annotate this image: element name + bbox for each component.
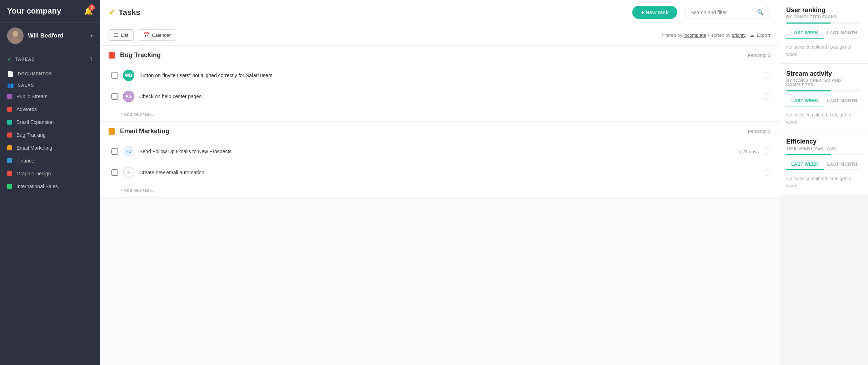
task-avatar: AG xyxy=(123,91,134,102)
task-due: In 21 days xyxy=(737,149,759,154)
calendar-tab[interactable]: 📅 Calendar xyxy=(138,29,176,41)
sidebar-item-label: International Sales... xyxy=(16,184,93,189)
sidebar-item-label: Email Marketing xyxy=(16,145,93,151)
salas-icon: 👥 xyxy=(7,82,14,89)
sidebar: Your company 🔔 2 Will Bedford ▾ ✓ TAREAS… xyxy=(0,0,100,365)
sidebar-item-email-marketing[interactable]: Email Marketing xyxy=(0,141,100,154)
stream-activity-empty: No tasks completed. Lets get to work! xyxy=(786,111,861,125)
list-icon: ☰ xyxy=(114,32,119,38)
item-color-dot xyxy=(7,132,12,138)
user-ranking-subtitle: BY COMPLETED TASKS xyxy=(786,15,861,19)
sidebar-item-adwords[interactable]: AdWords xyxy=(0,103,100,116)
salas-section-label[interactable]: 👥 SALAS xyxy=(0,79,100,90)
export-button[interactable]: ☁ Export xyxy=(750,32,770,38)
search-box[interactable]: 🔍 xyxy=(684,6,770,19)
tareas-badge: 7 xyxy=(90,57,93,62)
documentos-section-label[interactable]: 📄 DOCUMENTOS xyxy=(0,67,100,79)
salas-label: SALAS xyxy=(18,83,34,88)
task-list: Bug Tracking Pending: 2 WB Button on "in… xyxy=(100,45,779,365)
user-ranking-card: User ranking BY COMPLETED TASKS LAST WEE… xyxy=(779,0,868,64)
group-name: Bug Tracking xyxy=(120,51,743,59)
task-row: HD Send Follow Up Emails to New Prospect… xyxy=(100,141,779,162)
add-task-row[interactable]: + Add new task... xyxy=(100,107,779,121)
sidebar-item-brazil-expansion[interactable]: Brazil Expansion xyxy=(0,116,100,129)
check-icon: ✓ xyxy=(7,56,12,62)
stream-activity-title: Stream activity xyxy=(786,70,861,78)
sidebar-item-graphic-design[interactable]: Graphic Design xyxy=(0,167,100,180)
efficiency-card: Efficiency TIME SPENT PER TASK LAST WEEK… xyxy=(779,131,868,195)
task-avatar: WB xyxy=(123,70,134,81)
task-avatar: HD xyxy=(123,146,134,157)
filter-info: filtered by incomplete + sorted by prior… xyxy=(180,32,745,38)
stream-activity-card: Stream activity BY TASKS CREATED AND COM… xyxy=(779,64,868,131)
tareas-label: TAREAS xyxy=(15,57,35,62)
document-icon: 📄 xyxy=(7,71,14,77)
task-name: Send Follow Up Emails to New Prospects xyxy=(139,149,732,154)
tasks-check-icon: ✔ xyxy=(109,8,115,17)
item-color-dot xyxy=(7,171,12,176)
sidebar-item-label: Graphic Design xyxy=(16,171,93,176)
search-icon: 🔍 xyxy=(757,9,764,16)
efficiency-tabs: LAST WEEK LAST MONTH xyxy=(786,159,861,170)
tareas-section-label[interactable]: ✓ TAREAS 7 xyxy=(0,53,100,64)
notification-bell[interactable]: 🔔 2 xyxy=(84,6,93,16)
svg-point-1 xyxy=(13,31,18,37)
user-profile[interactable]: Will Bedford ▾ xyxy=(0,22,100,49)
task-status-circle xyxy=(764,72,770,79)
task-status-circle xyxy=(764,93,770,100)
sidebar-item-international-sales[interactable]: International Sales... xyxy=(0,180,100,193)
item-color-dot xyxy=(7,107,12,112)
stream-activity-tab-week[interactable]: LAST WEEK xyxy=(786,96,824,106)
main-header: ✔ Tasks + New task 🔍 xyxy=(100,0,779,25)
search-input[interactable] xyxy=(690,10,754,15)
user-ranking-tabs: LAST WEEK LAST MONTH xyxy=(786,28,861,39)
user-ranking-tab-month[interactable]: LAST MONTH xyxy=(824,28,861,39)
add-task-row[interactable]: + Add new task... xyxy=(100,183,779,198)
group-name: Email Marketing xyxy=(120,128,743,135)
task-checkbox[interactable] xyxy=(111,72,118,79)
task-group-email-marketing: Email Marketing Pending: 2 xyxy=(100,121,779,141)
page-title: Tasks xyxy=(119,8,140,17)
task-checkbox[interactable] xyxy=(111,169,118,176)
sidebar-item-public-stream[interactable]: Public Stream xyxy=(0,90,100,103)
documentos-label: DOCUMENTOS xyxy=(18,71,52,76)
efficiency-subtitle: TIME SPENT PER TASK xyxy=(786,146,861,150)
group-pending: Pending: 2 xyxy=(748,52,770,58)
chevron-down-icon: ▾ xyxy=(90,33,93,39)
user-ranking-empty: No tasks completed. Lets get to work! xyxy=(786,44,861,58)
sidebar-item-label: Finance xyxy=(16,158,93,164)
group-color-dot xyxy=(109,52,115,59)
right-panel: User ranking BY COMPLETED TASKS LAST WEE… xyxy=(779,0,868,365)
user-ranking-tab-week[interactable]: LAST WEEK xyxy=(786,28,824,39)
task-row: AG Check on help center pages xyxy=(100,86,779,107)
item-color-dot xyxy=(7,94,12,99)
avatar xyxy=(7,28,24,44)
cloud-icon: ☁ xyxy=(750,32,754,38)
efficiency-tab-week[interactable]: LAST WEEK xyxy=(786,159,824,170)
sidebar-item-bug-tracking[interactable]: Bug Tracking xyxy=(0,129,100,141)
sidebar-item-label: AdWords xyxy=(16,106,93,112)
efficiency-tab-month[interactable]: LAST MONTH xyxy=(824,159,861,170)
task-name: Check on help center pages xyxy=(139,94,754,99)
new-task-button[interactable]: + New task xyxy=(632,6,677,19)
task-avatar-add: + xyxy=(123,167,134,178)
efficiency-title: Efficiency xyxy=(786,138,861,145)
main-content: ✔ Tasks + New task 🔍 ☰ List 📅 Calendar f… xyxy=(100,0,779,365)
list-tab-label: List xyxy=(121,32,128,38)
sidebar-item-finance[interactable]: Finance xyxy=(0,154,100,167)
tareas-section: ✓ TAREAS 7 xyxy=(0,49,100,67)
task-row: + Create new email automation xyxy=(100,162,779,183)
page-title-area: ✔ Tasks xyxy=(109,8,140,17)
item-color-dot xyxy=(7,145,12,150)
user-name: Will Bedford xyxy=(28,32,86,39)
export-label: Export xyxy=(757,32,770,38)
efficiency-empty: No tasks completed. Lets get to work! xyxy=(786,175,861,189)
group-pending: Pending: 2 xyxy=(748,129,770,134)
task-checkbox[interactable] xyxy=(111,148,118,155)
task-status-circle xyxy=(764,148,770,155)
sidebar-item-label: Brazil Expansion xyxy=(16,119,93,125)
list-tab[interactable]: ☰ List xyxy=(109,29,134,41)
task-checkbox[interactable] xyxy=(111,93,118,100)
user-ranking-title: User ranking xyxy=(786,6,861,14)
stream-activity-tab-month[interactable]: LAST MONTH xyxy=(824,96,861,106)
